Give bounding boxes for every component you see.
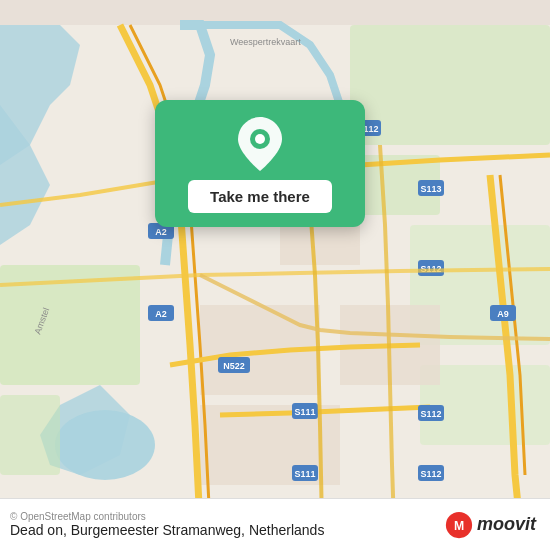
svg-text:S111: S111 — [294, 407, 315, 417]
location-card: Take me there — [155, 100, 365, 227]
svg-text:S112: S112 — [420, 409, 441, 419]
moovit-logo: M moovit — [445, 511, 536, 539]
svg-text:N522: N522 — [223, 361, 245, 371]
svg-text:S113: S113 — [420, 184, 441, 194]
svg-text:S111: S111 — [294, 469, 315, 479]
map-background: A2 A2 A9 N522 S111 S111 S112 S113 S112 S… — [0, 0, 550, 550]
pin-icon — [234, 118, 286, 170]
svg-rect-5 — [0, 395, 60, 475]
svg-text:M: M — [454, 519, 464, 533]
bottom-left-info: © OpenStreetMap contributors Dead on, Bu… — [10, 511, 324, 538]
svg-text:S112: S112 — [420, 469, 441, 479]
svg-text:Weespertrekvaart: Weespertrekvaart — [230, 37, 301, 47]
svg-text:A2: A2 — [155, 227, 167, 237]
svg-point-37 — [255, 134, 265, 144]
location-name: Dead on, Burgemeester Stramanweg, Nether… — [10, 522, 324, 538]
bottom-bar: © OpenStreetMap contributors Dead on, Bu… — [0, 498, 550, 550]
moovit-text: moovit — [477, 514, 536, 535]
moovit-icon: M — [445, 511, 473, 539]
svg-point-1 — [55, 410, 155, 480]
map-container: A2 A2 A9 N522 S111 S111 S112 S113 S112 S… — [0, 0, 550, 550]
osm-credit: © OpenStreetMap contributors — [10, 511, 324, 522]
svg-text:A9: A9 — [497, 309, 509, 319]
take-me-there-button[interactable]: Take me there — [188, 180, 332, 213]
svg-text:A2: A2 — [155, 309, 167, 319]
